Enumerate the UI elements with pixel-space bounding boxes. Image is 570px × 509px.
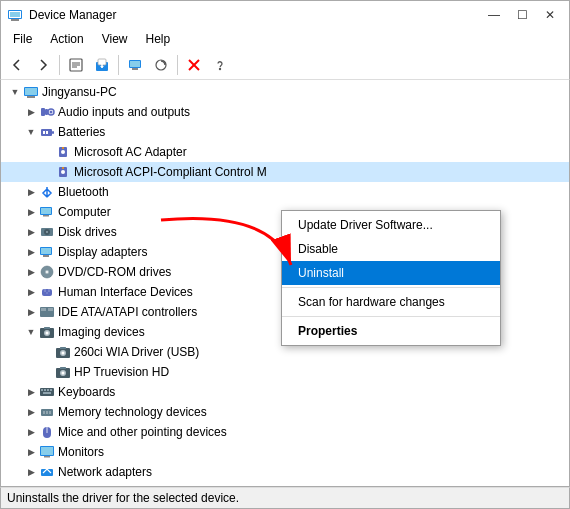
hid-expand[interactable]: ▶ [23,284,39,300]
svg-rect-74 [46,411,48,414]
separator-3 [177,55,178,75]
ms-acpi-label: Microsoft ACPI-Compliant Control M [74,165,267,179]
svg-rect-68 [44,389,46,391]
ms-acpi-icon [55,164,71,180]
batteries-expand[interactable]: ▼ [23,124,39,140]
tree-network[interactable]: ▶ Network adapters [1,462,569,482]
svg-rect-80 [44,456,50,458]
root-expand[interactable]: ▼ [7,84,23,100]
tree-keyboards[interactable]: ▶ Keyboards [1,382,569,402]
svg-rect-73 [43,411,45,414]
ctx-sep1 [282,287,500,288]
disk-label: Disk drives [58,225,117,239]
maximize-button[interactable]: ☐ [509,5,535,25]
svg-rect-26 [52,131,54,134]
keyboards-expand[interactable]: ▶ [23,384,39,400]
menu-file[interactable]: File [5,30,40,48]
mice-icon [39,424,55,440]
ctx-uninstall[interactable]: Uninstall [282,261,500,285]
properties-button[interactable] [64,53,88,77]
audio-expand[interactable]: ▶ [23,104,39,120]
svg-rect-27 [43,131,45,134]
ide-expand[interactable]: ▶ [23,304,39,320]
title-bar: Device Manager — ☐ ✕ [0,0,570,28]
window-controls: — ☐ ✕ [481,5,563,25]
audio-icon [39,104,55,120]
ctx-update-driver[interactable]: Update Driver Software... [282,213,500,237]
dvd-expand[interactable]: ▶ [23,264,39,280]
ctx-properties[interactable]: Properties [282,319,500,343]
tree-batteries[interactable]: ▼ Batteries [1,122,569,142]
menu-help[interactable]: Help [138,30,179,48]
260ci-label: 260ci WIA Driver (USB) [74,345,199,359]
disk-icon [39,224,55,240]
svg-rect-57 [44,327,50,329]
menu-view[interactable]: View [94,30,136,48]
svg-rect-71 [43,392,51,394]
memory-expand[interactable]: ▶ [23,404,39,420]
ctx-disable[interactable]: Disable [282,237,500,261]
dvd-label: DVD/CD-ROM drives [58,265,171,279]
tree-bluetooth[interactable]: ▶ Bluetooth [1,182,569,202]
forward-button[interactable] [31,53,55,77]
memory-label: Memory technology devices [58,405,207,419]
close-button[interactable]: ✕ [537,5,563,25]
app-icon [7,7,23,23]
uninstall-button[interactable] [182,53,206,77]
root-label: Jingyansu-PC [42,85,117,99]
separator-1 [59,55,60,75]
svg-rect-37 [43,215,49,217]
keyboards-label: Keyboards [58,385,115,399]
status-text: Uninstalls the driver for the selected d… [7,491,239,505]
disk-expand[interactable]: ▶ [23,224,39,240]
toolbar [0,50,570,80]
svg-point-33 [61,170,65,174]
tree-root[interactable]: ▼ Jingyansu-PC [1,82,569,102]
svg-rect-61 [60,347,66,349]
minimize-button[interactable]: — [481,5,507,25]
ctx-sep2 [282,316,500,317]
scan-hardware-toolbar[interactable] [149,53,173,77]
print-expand[interactable]: ▶ [23,484,39,486]
computer-icon [39,204,55,220]
tree-hp[interactable]: HP Truevision HD [1,362,569,382]
context-menu: Update Driver Software... Disable Uninst… [281,210,501,346]
svg-rect-49 [48,289,50,292]
computer-expand[interactable]: ▶ [23,204,39,220]
svg-rect-3 [10,12,20,17]
print-label: Print queues [58,485,125,486]
svg-point-50 [46,292,48,294]
tree-audio[interactable]: ▶ Audio inputs and outputs [1,102,569,122]
hid-label: Human Interface Devices [58,285,193,299]
menu-bar: File Action View Help [0,28,570,50]
svg-rect-70 [50,389,52,391]
svg-rect-79 [41,447,53,455]
help-button[interactable] [208,53,232,77]
menu-action[interactable]: Action [42,30,91,48]
tree-memory[interactable]: ▶ Memory technology devices [1,402,569,422]
back-button[interactable] [5,53,29,77]
ms-ac-icon [55,144,71,160]
update-driver-button[interactable] [90,53,114,77]
tree-ms-ac[interactable]: Microsoft AC Adapter [1,142,569,162]
tree-mice[interactable]: ▶ Mice and other pointing devices [1,422,569,442]
ide-label: IDE ATA/ATAPI controllers [58,305,197,319]
display-icon [39,244,55,260]
svg-rect-19 [25,88,37,95]
svg-rect-12 [130,61,140,67]
ctx-scan[interactable]: Scan for hardware changes [282,290,500,314]
svg-rect-1 [11,19,19,21]
computer-button[interactable] [123,53,147,77]
imaging-label: Imaging devices [58,325,145,339]
imaging-expand[interactable]: ▼ [23,324,39,340]
tree-print[interactable]: ▶ Print queues [1,482,569,486]
bluetooth-icon [39,184,55,200]
network-expand[interactable]: ▶ [23,464,39,480]
monitors-expand[interactable]: ▶ [23,444,39,460]
mice-expand[interactable]: ▶ [23,424,39,440]
tree-monitors[interactable]: ▶ Monitors [1,442,569,462]
tree-ms-acpi[interactable]: Microsoft ACPI-Compliant Control M [1,162,569,182]
bluetooth-expand[interactable]: ▶ [23,184,39,200]
display-expand[interactable]: ▶ [23,244,39,260]
status-bar: Uninstalls the driver for the selected d… [0,487,570,509]
